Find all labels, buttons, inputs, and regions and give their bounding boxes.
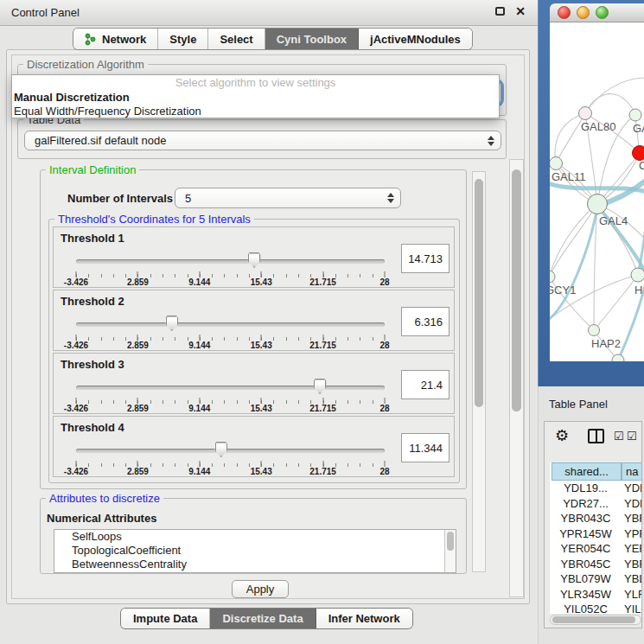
- table-cell[interactable]: YBR045C: [552, 557, 620, 572]
- table-cell[interactable]: YBL079W: [624, 571, 641, 587]
- table-row[interactable]: YBR043CYBR043C: [550, 511, 641, 526]
- panel-title: Control Panel: [11, 6, 80, 19]
- tab-network[interactable]: Network: [73, 29, 158, 49]
- checkbox-icon[interactable]: ☑: [614, 430, 624, 443]
- zoom-traffic-light-icon[interactable]: [596, 6, 609, 19]
- table-cell[interactable]: YDL19...: [552, 481, 620, 496]
- threshold-value-field[interactable]: 11.344: [401, 433, 450, 462]
- network-node[interactable]: [631, 268, 644, 282]
- threshold-slider[interactable]: [76, 315, 385, 334]
- table-cell[interactable]: YBR045C: [624, 557, 641, 572]
- attributes-scrollbar-thumb[interactable]: [447, 532, 454, 551]
- table-cell[interactable]: YIL052C: [624, 602, 641, 614]
- threshold-panel: Threshold 4 -3.4262.8599.14415.4321.7152…: [53, 416, 455, 477]
- table-row[interactable]: YBR045CYBR045C: [550, 557, 641, 572]
- network-node[interactable]: [633, 146, 644, 161]
- minimize-traffic-light-icon[interactable]: [577, 6, 590, 19]
- table-row[interactable]: YDL19...YDL19...: [550, 481, 641, 496]
- tab-infer-network[interactable]: Infer Network: [316, 609, 412, 628]
- table-cell[interactable]: YER054C: [552, 541, 620, 557]
- close-traffic-light-icon[interactable]: [558, 6, 571, 19]
- table-cell[interactable]: YLR345W: [624, 587, 641, 603]
- table-cell[interactable]: YDR27...: [624, 496, 641, 512]
- tick-label: 28: [379, 467, 389, 476]
- column-header-shared-name[interactable]: shared...: [552, 462, 622, 481]
- network-node[interactable]: [588, 194, 608, 214]
- table-cell[interactable]: YPR145W: [552, 526, 620, 542]
- settings-scrollbar-thumb[interactable]: [475, 179, 483, 407]
- table-cell[interactable]: YLR345W: [552, 587, 620, 603]
- attribute-item[interactable]: TopologicalCoefficient: [54, 544, 456, 558]
- network-node[interactable]: [550, 157, 563, 170]
- table-row[interactable]: YPR145WYPR145W: [550, 526, 641, 542]
- tick-label: 9.144: [188, 277, 210, 287]
- threshold-slider[interactable]: [76, 252, 385, 271]
- table-cell[interactable]: YBR043C: [552, 511, 620, 526]
- gear-icon[interactable]: ⚙: [555, 426, 569, 445]
- network-node[interactable]: [550, 271, 555, 283]
- node-label: GAL80: [581, 120, 615, 133]
- table-cell[interactable]: YIL052C: [552, 602, 620, 614]
- settings-scrollbar[interactable]: [472, 171, 486, 572]
- table-cell[interactable]: YDL19...: [624, 481, 641, 496]
- table-cell[interactable]: YDR27...: [552, 496, 620, 512]
- slider-thumb[interactable]: [248, 252, 261, 268]
- checkbox-icon[interactable]: ☑: [627, 430, 637, 443]
- panel-scrollbar[interactable]: [509, 159, 524, 597]
- popup-item-equal-width-frequency[interactable]: Equal Width/Frequency Discretization: [12, 104, 499, 118]
- threshold-slider[interactable]: [76, 441, 385, 460]
- network-node[interactable]: [589, 325, 600, 336]
- attribute-item[interactable]: SelfLoops: [54, 530, 456, 544]
- tab-discretize-data[interactable]: Discretize Data: [210, 609, 316, 628]
- popup-item-manual-discretization[interactable]: Manual Discretization: [12, 90, 499, 104]
- threshold-slider[interactable]: [76, 378, 385, 397]
- numerical-attributes-list[interactable]: SelfLoopsTopologicalCoefficientBetweenne…: [54, 529, 456, 573]
- table-panel-title: Table Panel: [549, 398, 608, 411]
- slider-thumb[interactable]: [165, 316, 178, 331]
- table-cell[interactable]: YPR145W: [624, 526, 641, 542]
- table-row[interactable]: YLR345WYLR345W: [550, 587, 641, 603]
- table-row[interactable]: YDR27...YDR27...: [550, 496, 641, 512]
- slider-track[interactable]: [76, 386, 385, 390]
- table-cell[interactable]: YBL079W: [552, 571, 620, 587]
- tab-cyni-toolbox[interactable]: Cyni Toolbox: [265, 29, 359, 49]
- threshold-value-field[interactable]: 21.4: [401, 370, 450, 399]
- tab-select[interactable]: Select: [208, 29, 265, 49]
- table-row[interactable]: YIL052CYIL052C: [550, 602, 641, 614]
- table-cell[interactable]: YER054C: [624, 541, 641, 557]
- network-node[interactable]: [629, 109, 641, 121]
- slider-track[interactable]: [76, 322, 385, 327]
- apply-button[interactable]: Apply: [232, 580, 289, 598]
- major-tick: [385, 398, 386, 404]
- attribute-item[interactable]: BetweennessCentrality: [54, 558, 456, 571]
- slider-thumb[interactable]: [314, 379, 327, 394]
- node-table[interactable]: shared... na YDL19...YDL19...YDR27...YDR…: [550, 462, 641, 614]
- major-tick: [137, 335, 138, 341]
- table-cell[interactable]: YBR043C: [624, 511, 641, 526]
- network-node[interactable]: [579, 107, 592, 120]
- table-row[interactable]: YBL079WYBL079W: [550, 571, 641, 587]
- tab-jactivemnodules[interactable]: jActiveMNodules: [359, 29, 472, 49]
- tick-label: 15.43: [251, 467, 272, 476]
- number-of-intervals-value: 5: [185, 192, 191, 205]
- slider-track[interactable]: [76, 449, 385, 453]
- float-window-icon[interactable]: [495, 7, 505, 16]
- tab-impute-data[interactable]: Impute Data: [121, 609, 210, 628]
- split-columns-icon[interactable]: [588, 429, 604, 443]
- slider-track[interactable]: [76, 259, 385, 264]
- network-canvas[interactable]: GAL80GACGAL11GAL4GCY1HHAP2: [550, 22, 644, 361]
- panel-scrollbar-thumb[interactable]: [512, 169, 521, 411]
- slider-thumb[interactable]: [214, 442, 227, 457]
- threshold-value-field[interactable]: 14.713: [401, 244, 450, 273]
- table-row[interactable]: YER054CYER054C: [550, 541, 641, 557]
- column-header-name[interactable]: na: [622, 462, 641, 481]
- tab-style[interactable]: Style: [158, 29, 208, 49]
- attributes-scrollbar[interactable]: [444, 530, 456, 572]
- tick-label: 9.144: [188, 467, 210, 476]
- threshold-value-field[interactable]: 6.316: [401, 307, 450, 336]
- table-horizontal-scrollbar[interactable]: [550, 615, 641, 625]
- table-data-combo[interactable]: galFiltered.sif default node: [24, 131, 501, 150]
- number-of-intervals-combo[interactable]: 5: [175, 188, 401, 208]
- table-horizontal-scrollbar-thumb[interactable]: [552, 616, 635, 623]
- close-icon[interactable]: ✕: [515, 7, 526, 16]
